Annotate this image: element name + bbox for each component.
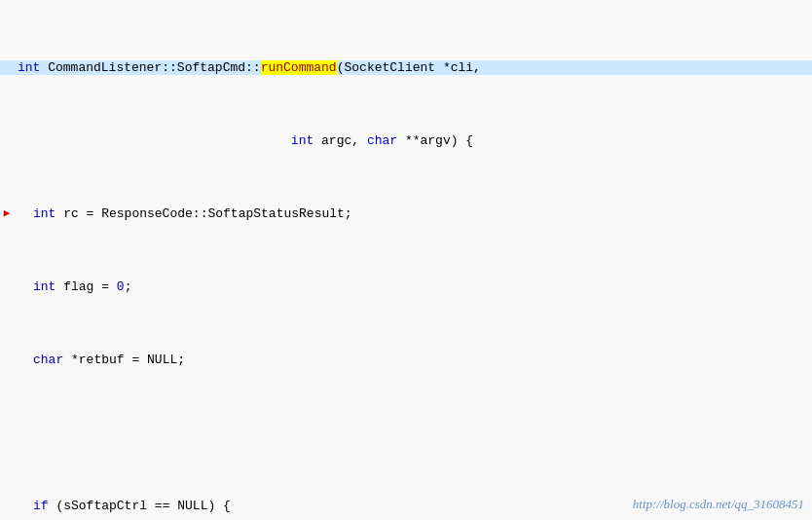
line-2: int argc, char **argv) { (0, 133, 812, 148)
line-6 (0, 426, 812, 440)
content-2: int argc, char **argv) { (14, 133, 812, 148)
code-content: int CommandListener::SoftapCmd::runComma… (0, 0, 812, 520)
line-3: ▶ int rc = ResponseCode::SoftapStatusRes… (0, 206, 812, 221)
content-4: int flag = 0; (14, 279, 812, 294)
line-5: char *retbuf = NULL; (0, 353, 812, 367)
content-3: int rc = ResponseCode::SoftapStatusResul… (14, 206, 812, 221)
line-4: int flag = 0; (0, 279, 812, 294)
gutter-3: ▶ (0, 206, 14, 221)
content-5: char *retbuf = NULL; (14, 353, 812, 367)
content-6 (14, 426, 812, 440)
line-1: int CommandListener::SoftapCmd::runComma… (0, 60, 812, 75)
content-1: int CommandListener::SoftapCmd::runComma… (14, 60, 812, 75)
watermark: http://blog.csdn.net/qq_31608451 (633, 497, 804, 512)
code-editor: int CommandListener::SoftapCmd::runComma… (0, 0, 812, 520)
